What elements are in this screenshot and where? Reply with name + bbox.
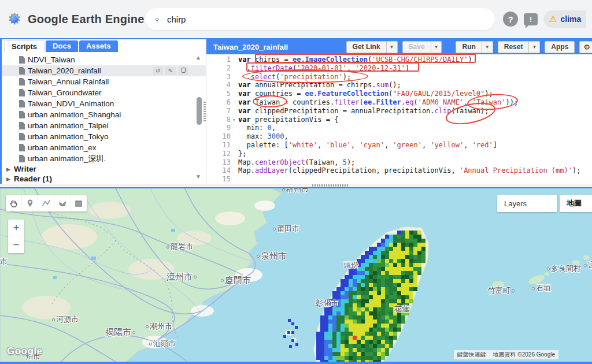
reset-dropdown[interactable]: ▼ [529,41,540,53]
code-line[interactable]: 12}; [206,150,592,158]
script-list: NDVI_Taiwan ↺ ✎ Taiwan_2020_rainfall ↺ ✎ [2,52,206,164]
panel-tab[interactable]: Scripts [4,40,45,52]
code-line[interactable]: 9 min: 0, [206,124,592,132]
fold-arrow-icon[interactable]: ▾ [232,116,235,125]
reset-button[interactable]: Reset [498,41,530,53]
search-bar[interactable]: ⌕ chirp [145,8,495,30]
feedback-button[interactable]: ! [524,13,538,25]
city-label: 多良間村 [546,263,581,274]
delete-icon[interactable] [178,66,188,75]
code-line[interactable]: 6var Taiwan = countries.filter(ee.Filter… [206,98,592,107]
line-number: 2 [206,64,235,73]
scroll-up-icon[interactable]: ▲ [195,54,201,61]
line-number: 8▾ [206,116,235,124]
city-label: 宮 [583,260,592,270]
run-dropdown[interactable]: ▼ [482,41,493,53]
script-item[interactable]: urban animation_ex ↺ ✎ [2,142,206,153]
script-group[interactable]: ▶ Writer [2,164,206,174]
search-input[interactable]: chirp [167,14,186,24]
map-region[interactable]: + − Layers 地圖 Google 鍵盤快速鍵 地圖資料 ©2026 Go… [0,187,592,362]
line-number: 1 [206,55,235,64]
panel-resize-handle[interactable] [204,102,206,122]
gee-logo[interactable]: ⚙ Google Earth Engine [6,10,145,28]
file-icon [19,100,25,107]
apps-button[interactable]: Apps [545,41,575,53]
panel-tab[interactable]: Docs [46,40,78,52]
line-number: 15 [206,175,235,184]
help-button[interactable]: ? [503,12,518,27]
scroll-down-icon[interactable]: ▼ [195,173,201,180]
panel-tab[interactable]: Assets [79,40,118,52]
line-number: 7 [206,107,235,116]
script-item[interactable]: NDVI_Taiwan ↺ ✎ [2,54,206,65]
polygon-icon[interactable] [54,195,71,211]
code-line[interactable]: 1var chirps = ee.ImageCollection('UCSB-C… [206,55,592,64]
code-area[interactable]: 1var chirps = ee.ImageCollection('UCSB-C… [206,54,592,184]
divider-drag-handle[interactable] [312,184,349,187]
map-data-copyright: 地圖資料 ©2026 Google [490,350,558,359]
edit-icon[interactable]: ✎ [165,66,176,75]
zoom-in-button[interactable]: + [8,220,24,236]
scrollbar-thumb[interactable] [197,97,202,125]
layers-panel[interactable]: Layers [497,195,557,212]
line-number: 14 [206,166,235,175]
line-number: 3 [206,73,235,81]
city-label: 石垣 [531,283,551,294]
save-button[interactable]: Save [402,41,431,53]
script-item[interactable]: Taiwan_Annual Rainfall ↺ ✎ [2,76,206,87]
pan-hand-icon[interactable] [6,195,22,211]
code-line[interactable]: 14Map.addLayer(clippedPrecipitation, pre… [206,166,592,175]
script-item[interactable]: urban animation_Tokyo ↺ ✎ [2,131,206,142]
settings-gear-icon[interactable]: ⚙ [579,41,592,53]
file-icon [19,89,25,96]
code-line[interactable]: 3 .select('precipitation'); [206,73,592,81]
keyboard-shortcuts-link[interactable]: 鍵盤快速鍵 [454,350,490,359]
code-line[interactable]: 5var countries = ee.FeatureCollection("F… [206,90,592,98]
expand-arrow-icon: ▶ [6,166,10,172]
line-number: 4 [206,81,235,90]
script-item[interactable]: Taiwan_NDVI_Animation ↺ ✎ [2,98,206,109]
line-number: 6 [206,98,235,107]
history-icon[interactable]: ↺ [153,66,163,75]
get-link-button[interactable]: Get Link [346,41,387,53]
script-item[interactable]: urban animation_Shanghai ↺ ✎ [2,109,206,120]
script-item[interactable]: Taiwan_2020_rainfall ↺ ✎ [2,65,206,76]
script-group[interactable]: ▶ Reader (1) [2,174,206,184]
script-item[interactable]: urban animation_Taipei ↺ ✎ [2,120,206,131]
run-button[interactable]: Run [456,41,482,53]
city-label: 廈門市 [220,275,251,286]
code-line[interactable]: 15 [206,175,592,184]
expand-arrow-icon: ▶ [6,176,10,182]
line-number: 9 [206,124,235,132]
code-line[interactable]: 11 palette: ['white', 'blue', 'cyan', 'g… [206,141,592,150]
app-title: Google Earth Engine [28,13,145,26]
point-marker-icon[interactable] [22,195,38,211]
account-button[interactable]: ⚠ clima [543,10,586,28]
city-label: 竹富町 [488,285,516,296]
city-label: 龍岩市 [165,242,193,252]
file-icon [19,111,25,118]
left-panel-tabs: ScriptsDocsAssets [2,39,206,52]
code-line[interactable]: 7var clippedPrecipitation = annualPrecip… [206,107,592,116]
save-dropdown[interactable]: ▼ [431,41,442,53]
zoom-out-button[interactable]: − [8,236,24,253]
script-item[interactable]: urban animation_深圳. ↺ ✎ [2,153,206,164]
code-line[interactable]: 8▾var precipitationVis = { [206,116,592,124]
gee-logo-icon: ⚙ [6,10,23,28]
code-line[interactable]: 10 max: 3000, [206,132,592,141]
code-line[interactable]: 4var annualPrecipitation = chirps.sum(); [206,81,592,90]
code-line[interactable]: 2 .filterDate('2020-01-01', '2020-12-31'… [206,64,592,73]
map-type-button[interactable]: 地圖 [560,195,592,212]
city-label: 市 [0,257,8,267]
rectangle-icon[interactable] [71,195,87,211]
get-link-dropdown[interactable]: ▼ [387,41,398,53]
scripts-panel: ScriptsDocsAssets NDVI_Taiwan ↺ ✎ Taiwan… [0,39,206,184]
code-line[interactable]: 13Map.centerObject(Taiwan, 5); [206,158,592,167]
city-label: 彰化市 [316,298,338,309]
code-editor-panel: Taiwan_2020_rainfall Get Link ▼ Save ▼ R… [206,39,592,184]
script-item[interactable]: Taiwan_Groundwater ↺ ✎ [2,87,206,98]
city-label: 潮州市 [145,321,172,332]
warning-icon: ⚠ [549,14,557,24]
line-number: 13 [206,158,235,167]
polyline-icon[interactable] [38,195,54,211]
